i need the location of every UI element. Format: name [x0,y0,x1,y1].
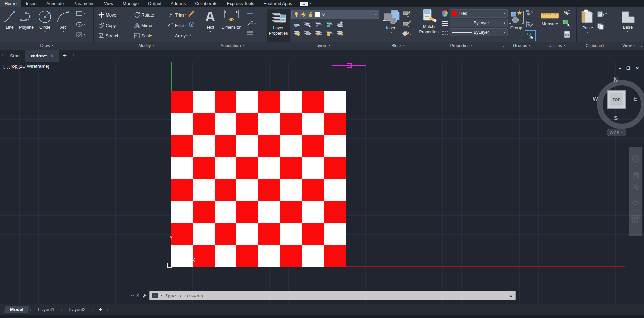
polyline-button[interactable]: Polyline [18,9,35,30]
viewport-controls[interactable]: [−][Top][2D Wireframe] [3,64,49,69]
edit-block-button[interactable] [403,20,411,27]
panel-label-block[interactable]: Block▾ [380,42,417,50]
circle-button[interactable]: Circle ▾ [36,9,53,33]
close-tab-icon[interactable]: ✕ [50,53,54,58]
window-close-button[interactable]: ✕ [634,66,640,71]
linetype-icon[interactable] [441,30,448,36]
layer-freeze-icon[interactable] [314,21,322,28]
lineweight-combo[interactable]: ByLayer ▾ [450,19,508,27]
layer-lock-icon[interactable] [325,21,333,28]
base-button[interactable]: Base ▾ [619,10,637,33]
navbar-close-icon[interactable]: ✕ [638,148,641,151]
layer-isolate-icon[interactable] [304,21,311,28]
edit-attributes-button[interactable]: ▾ [402,31,411,38]
orbit-icon[interactable] [632,199,640,206]
linear-dimension-button[interactable]: ▾ [246,10,256,17]
fillet-button[interactable]: Fillet ▾ [167,21,186,30]
match-properties-button[interactable]: Match Properties [418,9,439,35]
layer-unlock-all-icon[interactable] [325,30,333,36]
panel-label-utilities[interactable]: Utilities▾ [537,42,576,50]
new-drawing-tab-button[interactable]: + [59,50,71,62]
layer-unisolate-icon[interactable] [304,30,311,36]
panel-launcher-icon[interactable]: ↘ [640,45,643,48]
panel-label-clipboard[interactable]: Clipboard [576,42,613,50]
ellipse-tool-button[interactable]: ▾ [76,21,85,28]
ribbon-tab-featured-apps[interactable]: Featured Apps [259,0,297,7]
steering-wheel-icon[interactable] [632,154,640,162]
layer-properties-button[interactable]: Layer Properties [267,9,290,42]
command-history-up-icon[interactable]: ▲ [509,294,513,297]
ribbon-tab-insert[interactable]: Insert [21,0,42,7]
quick-calculator-button[interactable] [563,31,571,38]
copy-button[interactable]: Copy [97,21,116,30]
ribbon-tab-collaborate[interactable]: Collaborate [190,0,222,7]
join-button[interactable]: ⊂ [188,31,195,38]
ungroup-button[interactable] [526,9,533,16]
panel-label-annotation[interactable]: Annotation▾ [199,42,265,50]
viewcube-north[interactable]: N [614,76,618,83]
ribbon-tab-parametric[interactable]: Parametric [68,0,99,7]
ribbon-tab-view[interactable]: View [99,0,118,7]
zoom-extents-icon[interactable] [632,182,640,190]
panel-label-groups[interactable]: Groups▾ [506,42,537,50]
quick-select-button[interactable] [563,9,570,16]
erase-button[interactable] [188,10,195,17]
layer-match-icon[interactable] [336,30,343,36]
tab-layout1[interactable]: Layout1 [33,306,60,313]
ribbon-tab-annotate[interactable]: Annotate [41,0,68,7]
panel-label-view[interactable]: View▾ ↘ [613,42,644,50]
rotate-button[interactable]: Rotate [133,10,154,19]
panel-label-layers[interactable]: Layers▾ [265,42,380,50]
viewcube-east[interactable]: E [633,96,637,102]
tab-layout2[interactable]: Layout2 [64,306,91,313]
table-button[interactable] [246,30,254,37]
customize-wrench-icon[interactable] [142,293,147,298]
leader-button[interactable]: ▾ [246,20,256,27]
ribbon-tab-manage[interactable]: Manage [118,0,143,7]
cut-button[interactable]: ✂ ▾ [597,11,607,18]
ribbon-tab-addins[interactable]: Add-ins [166,0,190,7]
window-minimize-button[interactable]: – [617,66,623,71]
new-layout-button[interactable]: + [95,306,106,313]
trim-button[interactable]: ✂ Trim ▾ [167,10,186,19]
linetype-combo[interactable]: ByLayer ▾ [450,28,508,36]
checkerboard[interactable] [171,91,346,267]
object-color-combo[interactable]: Red ▾ [450,9,508,18]
ribbon-display-toggle[interactable]: ▲ ▾ [300,0,311,7]
arc-button[interactable]: Arc ▾ [56,9,71,33]
viewcube-top-face[interactable]: TOP [607,90,626,109]
window-restore-button[interactable]: ❐ [625,66,632,71]
file-tab-drawing[interactable]: xadrez* ✕ [25,50,59,62]
viewcube-west[interactable]: W [593,96,598,102]
insert-button[interactable]: Insert ▾ [382,9,401,34]
chevron-down-icon[interactable]: ▾ [635,165,636,168]
color-wheel-icon[interactable] [441,10,448,17]
layer-on-all-icon[interactable] [293,30,300,36]
dimension-button[interactable]: Dimension [219,9,244,30]
panel-label-modify[interactable]: Modify▾ [93,42,199,50]
paste-button[interactable]: Paste ▾ [579,9,596,34]
viewcube-south[interactable]: S [614,115,618,122]
group-edit-button[interactable] [526,20,533,27]
explode-button[interactable] [188,21,195,28]
array-button[interactable]: Array ▾ [167,31,188,40]
mirror-button[interactable]: Mirror [133,21,153,30]
chevron-down-icon[interactable]: ▾ [161,294,162,297]
measure-button[interactable]: Measure ▾ [539,11,561,30]
scale-button[interactable]: Scale [133,31,152,40]
panel-launcher-icon[interactable]: ↘ [502,45,505,48]
panel-label-properties[interactable]: Properties▾ ↘ [417,42,506,50]
close-command-icon[interactable]: ✕ [136,293,140,298]
ribbon-tab-express-tools[interactable]: Express Tools [222,0,259,7]
pan-hand-icon[interactable] [632,171,639,179]
layer-off-icon[interactable] [293,21,300,28]
lineweight-icon[interactable] [441,20,448,27]
ribbon-tab-home[interactable]: Home [0,0,21,7]
wcs-menu-button[interactable]: WCS ▾ [607,129,626,136]
tab-model[interactable]: Model [4,306,29,313]
chevron-down-icon[interactable]: ▾ [635,210,636,212]
chevron-down-icon[interactable]: ▾ [635,193,636,196]
panel-label-draw[interactable]: Draw▾ [0,42,93,50]
stretch-button[interactable]: Stretch [97,31,119,40]
navigation-bar[interactable]: ✕ ▾ ▾ ▾ [629,147,642,236]
